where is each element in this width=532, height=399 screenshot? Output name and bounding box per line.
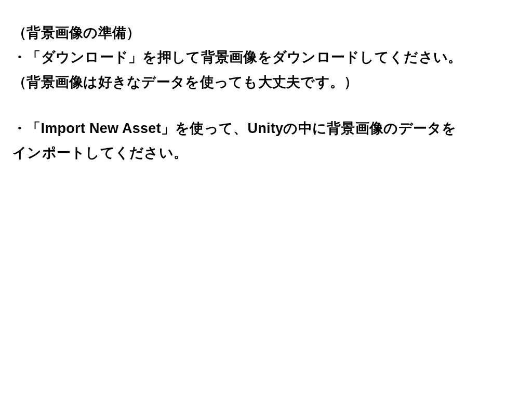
document-body: （背景画像の準備） ・「ダウンロード」を押して背景画像をダウンロードしてください… — [12, 21, 520, 165]
instruction-1-line-1: ・「ダウンロード」を押して背景画像をダウンロードしてください。 — [12, 45, 520, 70]
instruction-2-line-1: ・「Import New Asset」を使って、Unityの中に背景画像のデータ… — [12, 116, 520, 141]
heading-line: （背景画像の準備） — [12, 21, 520, 45]
instruction-block-2: ・「Import New Asset」を使って、Unityの中に背景画像のデータ… — [12, 116, 520, 166]
instruction-1-line-2: （背景画像は好きなデータを使っても大丈夫です。） — [12, 70, 520, 95]
instruction-2-line-2: インポートしてください。 — [12, 141, 520, 165]
instruction-block-1: ・「ダウンロード」を押して背景画像をダウンロードしてください。 （背景画像は好き… — [12, 45, 520, 95]
